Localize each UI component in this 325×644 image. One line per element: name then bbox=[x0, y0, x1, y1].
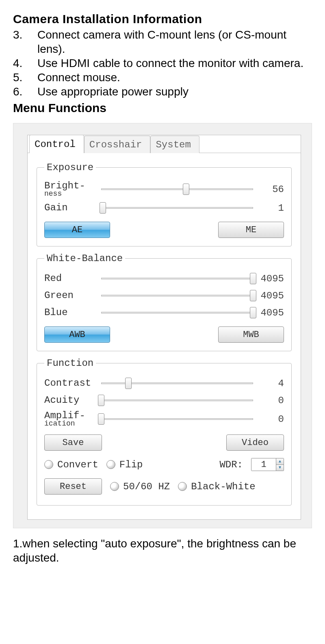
value-acuity: 0 bbox=[257, 395, 284, 406]
spinner-up-icon[interactable]: ▲ bbox=[276, 458, 284, 465]
tab-crosshair[interactable]: Crosshair bbox=[84, 136, 151, 153]
option-hz[interactable]: 50/60 HZ bbox=[110, 481, 170, 492]
option-black-white[interactable]: Black-White bbox=[178, 481, 255, 492]
footnote: 1.when selecting "auto exposure", the br… bbox=[13, 536, 312, 565]
me-button[interactable]: ME bbox=[218, 222, 284, 238]
tab-control[interactable]: Control bbox=[29, 135, 84, 153]
legend-white-balance: White-Balance bbox=[44, 253, 125, 264]
mwb-button[interactable]: MWB bbox=[218, 326, 284, 343]
wdr-spinner[interactable]: 1 ▲ ▼ bbox=[251, 458, 284, 471]
option-convert[interactable]: Convert bbox=[44, 459, 98, 470]
value-amplification: 0 bbox=[257, 414, 284, 425]
row-brightness: Bright- ness 56 bbox=[44, 181, 284, 197]
row-amplification: Amplif- ication 0 bbox=[44, 411, 284, 427]
value-green: 4095 bbox=[257, 290, 284, 301]
option-row-1: Convert Flip WDR: 1 ▲ ▼ bbox=[44, 458, 284, 471]
value-brightness: 56 bbox=[257, 184, 284, 195]
slider-contrast[interactable] bbox=[101, 382, 253, 385]
ae-button[interactable]: AE bbox=[44, 222, 110, 238]
reset-button[interactable]: Reset bbox=[44, 478, 102, 495]
tab-system[interactable]: System bbox=[150, 136, 199, 153]
list-item: 5. Connect mouse. bbox=[13, 70, 312, 84]
group-white-balance: White-Balance Red 4095 Green bbox=[37, 253, 292, 351]
list-item: 3. Connect camera with C-mount lens (or … bbox=[13, 28, 312, 56]
awb-button[interactable]: AWB bbox=[44, 326, 110, 343]
slider-thumb[interactable] bbox=[250, 273, 256, 284]
row-acuity: Acuity 0 bbox=[44, 394, 284, 407]
tab-pane-control: Exposure Bright- ness 56 Gain bbox=[28, 153, 301, 516]
label-brightness: Bright- ness bbox=[44, 181, 97, 197]
value-gain: 1 bbox=[257, 203, 284, 214]
legend-function: Function bbox=[44, 358, 96, 369]
list-item: 4. Use HDMI cable to connect the monitor… bbox=[13, 56, 312, 70]
video-button[interactable]: Video bbox=[226, 434, 284, 451]
settings-panel: Control Crosshair System Exposure Bright… bbox=[13, 123, 312, 528]
wdr-value: 1 bbox=[251, 458, 276, 471]
slider-green[interactable] bbox=[101, 294, 253, 297]
label-wdr: WDR: bbox=[219, 459, 243, 470]
heading-menu-functions: Menu Functions bbox=[13, 101, 312, 115]
group-function: Function Contrast 4 Acuity bbox=[37, 358, 292, 506]
slider-thumb[interactable] bbox=[98, 413, 104, 425]
save-button[interactable]: Save bbox=[44, 434, 102, 451]
slider-blue[interactable] bbox=[101, 311, 253, 314]
label-red: Red bbox=[44, 274, 97, 283]
settings-dialog: Control Crosshair System Exposure Bright… bbox=[27, 135, 301, 520]
slider-thumb[interactable] bbox=[250, 290, 256, 301]
radio-icon bbox=[178, 482, 187, 491]
radio-icon bbox=[106, 460, 115, 469]
tab-strip: Control Crosshair System bbox=[28, 135, 301, 153]
slider-gain[interactable] bbox=[101, 206, 253, 210]
row-contrast: Contrast 4 bbox=[44, 377, 284, 390]
spinner-down-icon[interactable]: ▼ bbox=[276, 465, 284, 471]
label-contrast: Contrast bbox=[44, 378, 97, 388]
row-green: Green 4095 bbox=[44, 289, 284, 302]
value-contrast: 4 bbox=[257, 378, 284, 389]
option-flip[interactable]: Flip bbox=[106, 459, 143, 470]
slider-thumb[interactable] bbox=[98, 395, 104, 406]
row-gain: Gain 1 bbox=[44, 201, 284, 214]
legend-exposure: Exposure bbox=[44, 162, 96, 173]
slider-thumb[interactable] bbox=[125, 378, 132, 389]
label-blue: Blue bbox=[44, 308, 97, 318]
slider-thumb[interactable] bbox=[100, 202, 106, 214]
label-amplification: Amplif- ication bbox=[44, 411, 97, 427]
heading-camera-install: Camera Installation Information bbox=[13, 12, 312, 26]
row-blue: Blue 4095 bbox=[44, 306, 284, 319]
slider-amplification[interactable] bbox=[101, 417, 253, 421]
radio-icon bbox=[44, 460, 53, 469]
row-red: Red 4095 bbox=[44, 272, 284, 285]
label-gain: Gain bbox=[44, 203, 97, 213]
slider-thumb[interactable] bbox=[183, 184, 189, 195]
slider-thumb[interactable] bbox=[250, 307, 256, 318]
slider-acuity[interactable] bbox=[101, 399, 253, 402]
radio-icon bbox=[110, 482, 119, 491]
label-acuity: Acuity bbox=[44, 395, 97, 405]
value-blue: 4095 bbox=[257, 307, 284, 318]
list-item: 6. Use appropriate power supply bbox=[13, 84, 312, 99]
group-exposure: Exposure Bright- ness 56 Gain bbox=[37, 162, 292, 246]
slider-red[interactable] bbox=[101, 277, 253, 280]
option-row-2: Reset 50/60 HZ Black-White bbox=[44, 478, 284, 495]
value-red: 4095 bbox=[257, 273, 284, 284]
install-steps-list: 3. Connect camera with C-mount lens (or … bbox=[13, 28, 312, 99]
slider-brightness[interactable] bbox=[101, 188, 253, 191]
label-green: Green bbox=[44, 291, 97, 300]
